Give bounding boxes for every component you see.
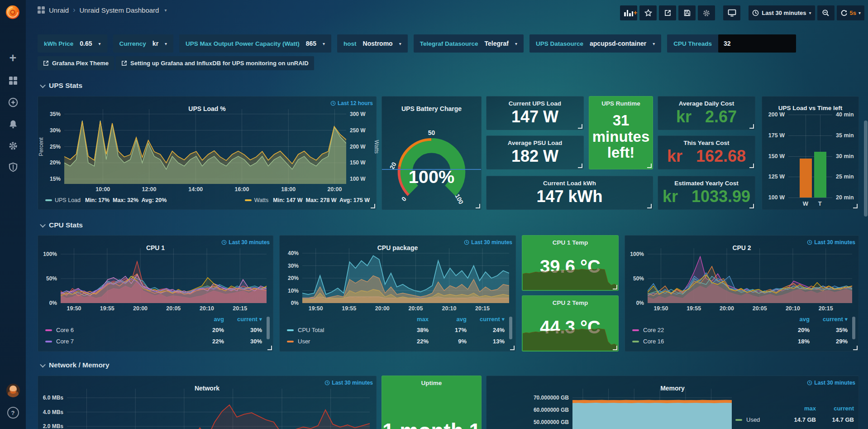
dashboard-grid-icon[interactable] — [38, 6, 45, 14]
panel-resize-handle[interactable] — [578, 164, 582, 168]
legend-series-name[interactable]: Watts — [254, 197, 268, 203]
panel-title[interactable]: CPU 1 Temp — [522, 236, 618, 246]
section-ups-stats[interactable]: UPS Stats — [41, 82, 82, 90]
legend-series-name[interactable]: Core 22 — [643, 327, 664, 333]
breadcrumb-dashboard-title[interactable]: Unraid System Dashboard — [80, 6, 159, 14]
panel-title[interactable]: Current Load kWh — [486, 176, 653, 187]
legend-column-header[interactable]: avg — [772, 316, 810, 323]
variable-telegraf-datasource[interactable]: Telegraf Datasource Telegraf ▾ — [414, 34, 524, 53]
dashboards-icon[interactable] — [0, 72, 26, 90]
create-icon[interactable]: + — [0, 49, 26, 67]
panel-title[interactable]: Average PSU Load — [486, 136, 583, 146]
legend-swatch — [245, 199, 252, 201]
variable-host[interactable]: host Nostromo ▾ — [337, 34, 408, 53]
legend-swatch — [632, 341, 639, 342]
panel-resize-handle[interactable] — [476, 204, 480, 208]
panel-time-range[interactable]: Last 30 minutes — [324, 380, 373, 386]
dashboard-settings-button[interactable] — [698, 5, 715, 20]
add-panel-button[interactable]: + — [620, 5, 637, 20]
network-chart[interactable]: 6.0 MBs4.0 MBs2.0 MBs — [38, 389, 376, 429]
bar-category-label: T — [818, 200, 822, 207]
server-admin-shield-icon[interactable] — [0, 158, 26, 176]
panel-resize-handle[interactable] — [749, 124, 754, 129]
panel-time-range[interactable]: Last 30 minutes — [464, 239, 512, 246]
legend-series-name[interactable]: Used — [746, 416, 760, 423]
panel-title[interactable]: This Years Cost — [658, 136, 755, 146]
memory-legend: maxcurrentUsed14.7 GB14.7 GBBuffered3 MB… — [735, 389, 858, 429]
legend-series-name[interactable]: Core 16 — [643, 338, 664, 345]
panel-time-range[interactable]: Last 30 minutes — [221, 239, 270, 246]
variable-ups-max-output[interactable]: UPS Max Output Power Capacity (Watt) 865… — [179, 34, 331, 53]
panel-title[interactable]: Average Daily Cost — [658, 96, 755, 107]
panel-resize-handle[interactable] — [371, 204, 375, 208]
legend-column-header[interactable]: current ▾ — [810, 316, 848, 323]
user-avatar[interactable] — [0, 383, 26, 398]
star-button[interactable] — [639, 5, 657, 20]
panel-title[interactable]: UPS Runtime — [589, 96, 653, 107]
x-axis-tick: 14:00 — [188, 186, 203, 193]
legend-column-header[interactable]: current ▾ — [467, 316, 505, 323]
variable-currency[interactable]: Currency kr ▾ — [113, 34, 174, 53]
explore-compass-icon[interactable] — [0, 93, 26, 111]
panel-time-range[interactable]: Last 12 hours — [330, 100, 373, 106]
share-button[interactable] — [659, 5, 676, 20]
variable-kwh-price[interactable]: kWh Price 0.65 ▾ — [38, 34, 107, 53]
panel-resize-handle[interactable] — [749, 204, 754, 208]
legend-column-header[interactable]: avg — [429, 316, 467, 323]
legend-scrollbar-thumb[interactable] — [852, 317, 855, 339]
grafana-logo-icon[interactable] — [4, 4, 21, 21]
legend-column-header[interactable]: max — [778, 405, 816, 412]
cycle-view-mode-button[interactable] — [723, 5, 740, 20]
panel-title[interactable]: UPS Load vs Time left — [762, 105, 858, 111]
cpu2-chart[interactable]: 0%50%100%19:5019:5520:0020:0520:1020:15 — [625, 248, 858, 313]
legend-scrollbar-thumb[interactable] — [267, 317, 270, 339]
panel-resize-handle[interactable] — [853, 204, 858, 208]
legend-column-header[interactable]: current ▾ — [224, 316, 262, 323]
time-range-picker[interactable]: Last 30 minutes ▾ — [749, 5, 815, 20]
cpu-package-chart[interactable]: 0%10%20%30%40%19:5019:5520:0020:0520:102… — [280, 248, 515, 313]
page-scrollbar-thumb[interactable] — [864, 121, 868, 217]
panel-resize-handle[interactable] — [613, 285, 617, 289]
refresh-button[interactable]: 5s ▾ — [837, 5, 865, 20]
panel-resize-handle[interactable] — [510, 346, 515, 350]
link-grafana-plex-theme[interactable]: Grafana Plex Theme — [38, 56, 114, 70]
legend-series-name[interactable]: User — [298, 338, 310, 345]
variable-ups-datasource[interactable]: UPS Datasource apcupsd-container ▾ — [529, 34, 661, 53]
alerting-bell-icon[interactable] — [0, 115, 26, 133]
legend-series-name[interactable]: CPU Total — [298, 327, 324, 333]
section-network-memory[interactable]: Network / Memory — [41, 361, 110, 369]
panel-resize-handle[interactable] — [749, 164, 754, 168]
panel-title[interactable]: CPU 2 Temp — [522, 296, 618, 306]
ups-load-chart[interactable]: 15%20%25%30%35%Percent100 W150 W200 W250… — [38, 109, 376, 194]
breadcrumb-folder[interactable]: Unraid — [49, 6, 69, 14]
x-axis-tick: 19:55 — [687, 305, 701, 312]
legend-scrollbar-thumb[interactable] — [509, 317, 512, 339]
panel-resize-handle[interactable] — [647, 204, 652, 208]
panel-time-range[interactable]: Last 30 minutes — [807, 239, 855, 246]
legend-series-name[interactable]: UPS Load — [55, 197, 81, 203]
panel-resize-handle[interactable] — [578, 124, 582, 129]
panel-resize-handle[interactable] — [267, 346, 272, 350]
legend-series-name[interactable]: Core 6 — [56, 327, 74, 333]
cpu1-chart[interactable]: 0%50%100%19:5019:5520:0020:0520:1020:15 — [38, 248, 273, 313]
legend-series-name[interactable]: Core 7 — [56, 338, 74, 345]
panel-title[interactable]: Uptime — [382, 376, 481, 386]
legend-column-header[interactable]: avg — [186, 316, 224, 323]
save-button[interactable] — [678, 5, 696, 20]
panel-title[interactable]: Current UPS Load — [486, 96, 583, 107]
panel-resize-handle[interactable] — [853, 346, 858, 350]
cpu-threads-input[interactable] — [718, 34, 796, 53]
section-cpu-stats[interactable]: CPU Stats — [41, 221, 83, 229]
configuration-gear-icon[interactable] — [0, 137, 26, 155]
chevron-down-icon[interactable]: ▾ — [164, 8, 167, 13]
panel-time-range[interactable]: Last 30 minutes — [807, 380, 855, 386]
help-icon[interactable]: ? — [0, 406, 26, 419]
panel-resize-handle[interactable] — [647, 164, 652, 168]
legend-column-header[interactable]: max — [391, 316, 429, 323]
panel-resize-handle[interactable] — [613, 346, 617, 350]
memory-chart[interactable]: 70.000000 GB60.000000 GB50.000000 GB — [486, 389, 735, 429]
zoom-out-button[interactable] — [817, 5, 835, 20]
link-ups-monitoring-guide[interactable]: Setting up Grafana and InfluxDB for UPS … — [116, 56, 314, 70]
legend-column-header[interactable]: current — [816, 405, 854, 412]
panel-title[interactable]: Estimated Yearly Cost — [658, 176, 755, 187]
